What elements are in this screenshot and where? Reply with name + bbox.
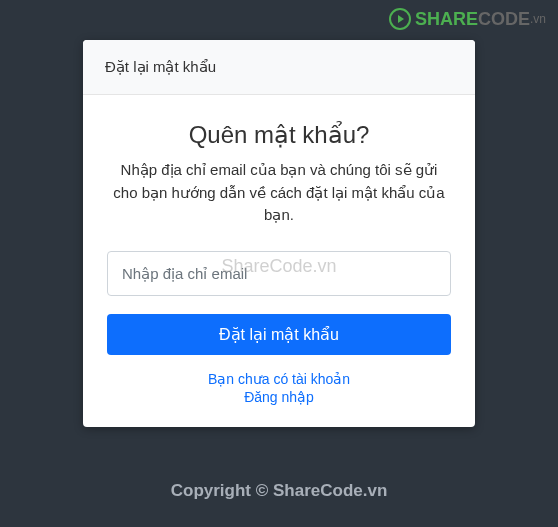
- description-text: Nhập địa chỉ email của bạn và chúng tôi …: [107, 159, 451, 227]
- logo-text-vn: .vn: [530, 12, 546, 26]
- copyright-prefix: Copyright ©: [171, 481, 273, 500]
- footer: Copyright © ShareCode.vn: [0, 481, 558, 501]
- logo-text-code: CODE: [478, 9, 530, 30]
- reset-password-card: Đặt lại mật khẩu Quên mật khẩu? Nhập địa…: [83, 40, 475, 427]
- login-link[interactable]: Đăng nhập: [107, 389, 451, 405]
- card-header: Đặt lại mật khẩu: [83, 40, 475, 95]
- links-container: Bạn chưa có tài khoản Đăng nhập: [107, 371, 451, 405]
- logo-text-share: SHARE: [415, 9, 478, 30]
- site-logo: SHARECODE.vn: [389, 8, 546, 30]
- reset-password-button[interactable]: Đặt lại mật khẩu: [107, 314, 451, 355]
- footer-link[interactable]: ShareCode.vn: [273, 481, 387, 500]
- logo-icon: [389, 8, 411, 30]
- page-title: Quên mật khẩu?: [107, 121, 451, 149]
- register-link[interactable]: Bạn chưa có tài khoản: [107, 371, 451, 387]
- email-input[interactable]: [107, 251, 451, 296]
- card-body: Quên mật khẩu? Nhập địa chỉ email của bạ…: [83, 95, 475, 427]
